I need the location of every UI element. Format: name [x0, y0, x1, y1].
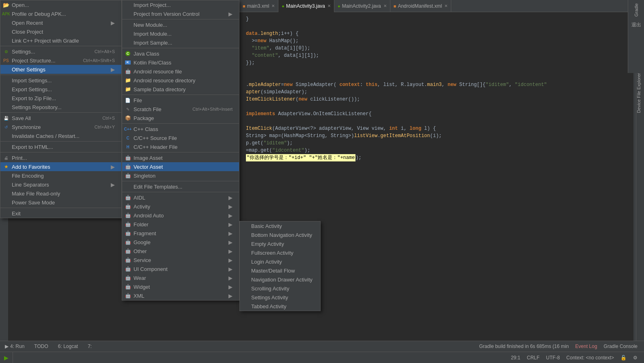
menu-basic-activity[interactable]: Basic Activity	[240, 221, 320, 230]
menu-import-settings[interactable]: Import Settings...	[0, 76, 121, 85]
gradle-panel[interactable]: Gradle 退出	[628, 0, 644, 73]
menu-exit[interactable]: Exit	[0, 209, 121, 218]
tab-close-2[interactable]: ✕	[383, 4, 387, 8]
menu-open[interactable]: 📂 Open...	[0, 0, 121, 9]
menu-service[interactable]: 🤖 Service ▶	[122, 256, 239, 264]
menu-file[interactable]: 📄 File	[122, 96, 239, 105]
menu-master-detail[interactable]: Master/Detail Flow	[240, 266, 320, 275]
menu-close-project[interactable]: Close Project	[0, 27, 121, 36]
tab-mainactivity3[interactable]: ● MainActivity3.java ✕	[278, 0, 334, 12]
menu-export-settings[interactable]: Export Settings...	[0, 85, 121, 94]
todo-panel[interactable]: TODO	[29, 341, 53, 352]
profile-icon: APK	[3, 12, 9, 16]
menu-synchronize[interactable]: ↺ Synchronize Ctrl+Alt+Y	[0, 122, 121, 131]
line-endings[interactable]: CRLF	[527, 355, 539, 361]
menu-import-module[interactable]: Import Module...	[122, 29, 239, 38]
gradle-console-btn[interactable]: Gradle Console	[604, 344, 638, 349]
menu-make-readonly[interactable]: Make File Read-only	[0, 189, 121, 198]
file-menu[interactable]: 📂 Open... APK Profile or Debug APK... Op…	[0, 0, 122, 218]
menu-import-project[interactable]: Import Project...	[122, 0, 239, 9]
menu-new-module[interactable]: New Module...	[122, 20, 239, 29]
other-settings-arrow: ▶	[111, 67, 115, 73]
lock-icon: 🔓	[620, 355, 627, 361]
menu-line-separators[interactable]: Line Separators ▶	[0, 180, 121, 189]
menu-android-resource-dir[interactable]: 📁 Android resource directory	[122, 76, 239, 85]
menu-nav-drawer[interactable]: Navigation Drawer Activity	[240, 275, 320, 284]
charset[interactable]: UTF-8	[546, 355, 560, 361]
device-panel[interactable]: Device File Explorer	[636, 73, 644, 341]
menu-settings[interactable]: ⚙ Settings... Ctrl+Alt+S	[0, 47, 121, 56]
menu-xml[interactable]: 🤖 XML ▶	[122, 291, 239, 300]
menu-vector-asset[interactable]: 🤖 Vector Asset	[122, 162, 239, 171]
menu-empty-activity[interactable]: Empty Activity	[240, 239, 320, 248]
menu-export-html[interactable]: Export to HTML...	[0, 142, 121, 151]
code-line-15	[246, 118, 621, 125]
menu-import-sample[interactable]: Import Sample...	[122, 38, 239, 47]
menu-activity[interactable]: 🤖 Activity ▶	[122, 202, 239, 211]
tab-close-3[interactable]: ✕	[444, 4, 448, 8]
menu-cpp-source[interactable]: C C/C++ Source File	[122, 133, 239, 142]
event-log-btn[interactable]: Event Log	[575, 344, 597, 349]
tab-close-0[interactable]: ✕	[271, 4, 275, 8]
menu-other[interactable]: 🤖 Other ▶	[122, 247, 239, 256]
menu-bottom-nav[interactable]: Bottom Navigation Activity	[240, 230, 320, 239]
menu-widget[interactable]: 🤖 Widget ▶	[122, 282, 239, 291]
build-ok-icon: ▶	[4, 354, 9, 361]
menu-add-favorites[interactable]: ★ Add to Favorites ▶	[0, 162, 121, 171]
menu-cpp-class[interactable]: C++ C++ Class	[122, 125, 239, 133]
menu-file-encoding[interactable]: File Encoding	[0, 171, 121, 180]
menu-scrolling-activity[interactable]: Scrolling Activity	[240, 284, 320, 293]
panel-7[interactable]: 7:	[83, 341, 97, 352]
menu-google[interactable]: 🤖 Google ▶	[122, 238, 239, 247]
menu-android-resource-file[interactable]: 🤖 Android resource file	[122, 67, 239, 76]
menu-folder[interactable]: 🤖 Folder ▶	[122, 220, 239, 229]
menu-other-settings[interactable]: Other Settings ▶	[0, 65, 121, 74]
menu-java-class[interactable]: C Java Class	[122, 49, 239, 58]
menu-profile-debug[interactable]: APK Profile or Debug APK...	[0, 9, 121, 18]
tab-mainactivity2[interactable]: ● MainActivity2.java ✕	[334, 0, 390, 12]
menu-print[interactable]: 🖨 Print...	[0, 153, 121, 162]
menu-cpp-header[interactable]: H C/C++ Header File	[122, 142, 239, 151]
menu-fragment[interactable]: 🤖 Fragment ▶	[122, 229, 239, 238]
bottom-right: Gradle build finished in 6s 685ms (16 mi…	[479, 344, 644, 349]
menu-aidl[interactable]: 🤖 AIDL ▶	[122, 193, 239, 202]
menu-singleton[interactable]: 🤖 Singleton	[122, 171, 239, 180]
menu-package[interactable]: 📦 Package	[122, 114, 239, 122]
menu-export-zip[interactable]: Export to Zip File...	[0, 94, 121, 103]
menu-link-cpp[interactable]: Link C++ Project with Gradle	[0, 36, 121, 45]
menu-kotlin-class[interactable]: K Kotlin File/Class	[122, 58, 239, 67]
menu-project-vcs[interactable]: Project from Version Control ▶	[122, 9, 239, 18]
menu-android-auto[interactable]: 🤖 Android Auto ▶	[122, 211, 239, 220]
logcat-panel[interactable]: 6: Logcat	[53, 341, 83, 352]
run-icon: ▶	[5, 344, 9, 349]
exit-button[interactable]: 退出	[630, 20, 643, 30]
fragment-icon: 🤖	[125, 230, 131, 236]
menu-ui-component[interactable]: 🤖 UI Component ▶	[122, 264, 239, 273]
menu-save-all[interactable]: 💾 Save All Ctrl+S	[0, 114, 121, 122]
menu-open-recent[interactable]: Open Recent ▶	[0, 18, 121, 27]
menu-wear[interactable]: 🤖 Wear ▶	[122, 273, 239, 282]
menu-invalidate[interactable]: Invalidate Caches / Restart...	[0, 131, 121, 140]
menu-tabbed-activity[interactable]: Tabbed Activity	[240, 302, 320, 311]
code-line-13	[246, 103, 621, 110]
menu-project-structure[interactable]: PS Project Structure... Ctrl+Alt+Shift+S	[0, 56, 121, 65]
menu-settings-repo[interactable]: Settings Repository...	[0, 103, 121, 112]
sep-l2-4	[122, 123, 239, 124]
menu-sample-data-dir[interactable]: 📁 Sample Data directory	[122, 85, 239, 94]
run-panel[interactable]: ▶ 4: Run	[0, 341, 29, 352]
activity-submenu[interactable]: Basic Activity Bottom Navigation Activit…	[239, 221, 321, 311]
menu-edit-templates[interactable]: Edit File Templates...	[122, 182, 239, 191]
tab-androidmanifest[interactable]: ■ AndroidManifest.xml ✕	[390, 0, 451, 12]
service-icon: 🤖	[125, 257, 131, 263]
menu-fullscreen[interactable]: Fullscreen Activity	[240, 248, 320, 257]
tab-close-1[interactable]: ✕	[327, 4, 331, 8]
menu-image-asset[interactable]: 🤖 Image Asset	[122, 153, 239, 162]
menu-settings-activity[interactable]: Settings Activity	[240, 293, 320, 302]
menu-power-save[interactable]: Power Save Mode	[0, 198, 121, 207]
menu-login-activity[interactable]: Login Activity	[240, 257, 320, 266]
open-icon: 📂	[3, 2, 9, 8]
menu-scratch-file[interactable]: ✎ Scratch File Ctrl+Alt+Shift+Insert	[122, 105, 239, 114]
tab-main3xml[interactable]: ■ main3.xml ✕	[239, 0, 278, 12]
new-submenu[interactable]: Import Project... Project from Version C…	[122, 0, 239, 301]
settings-icon[interactable]: ⚙	[633, 355, 638, 361]
